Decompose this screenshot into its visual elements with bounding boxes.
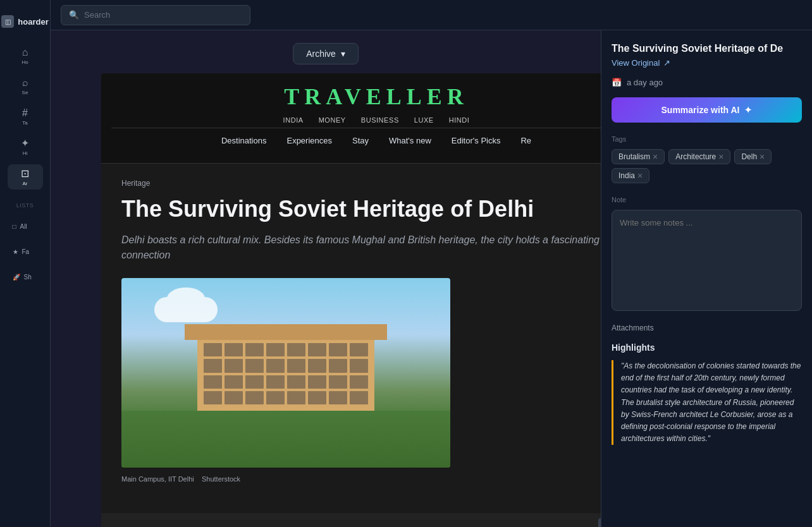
tag-architecture: Architecture ×: [668, 149, 730, 164]
summarize-label: Summarize with AI: [661, 105, 740, 115]
tags-section-label: Tags: [612, 135, 802, 143]
attachments-label: Attachments: [612, 324, 802, 332]
grass-decoration: [121, 411, 450, 468]
right-panel: The Surviving Soviet Heritage of De View…: [601, 30, 812, 527]
sidebar-item-label: Ta: [22, 120, 27, 126]
sidebar-item-favourites[interactable]: ★ Fa: [8, 241, 43, 262]
shared-icon: 🚀: [13, 274, 20, 281]
archive-icon: ⊡: [21, 167, 29, 179]
tags-icon: #: [22, 107, 28, 119]
sidebar-item-highlights[interactable]: ✦ Hi: [8, 134, 43, 159]
magazine-nav-main: Destinations Experiences Stay What's new…: [111, 128, 601, 153]
tag-label: India: [618, 171, 635, 180]
sidebar-item-tags[interactable]: # Ta: [8, 104, 43, 129]
nav-money[interactable]: MONEY: [319, 116, 346, 124]
date-text: a day ago: [627, 78, 663, 87]
shared-label: Sh: [24, 274, 32, 281]
app-logo: ◫ hoarder: [0, 10, 54, 33]
tag-remove-india[interactable]: ×: [637, 171, 643, 180]
topbar: 🔍 Search: [51, 0, 812, 30]
article-title: The Surviving Soviet Heritage of Delhi: [121, 195, 601, 222]
magazine-logo: TRAVELLER: [111, 83, 601, 110]
panel-title: The Surviving Soviet Heritage of De: [612, 43, 802, 54]
favourites-label: Fa: [22, 248, 30, 255]
highlight-quote: "As the decolonisation of colonies start…: [612, 360, 802, 445]
sidebar-item-label: Hi: [23, 150, 28, 156]
search-icon: 🔍: [69, 10, 79, 20]
sidebar-item-label: Se: [22, 90, 28, 95]
tag-label: Delh: [741, 152, 757, 161]
nav-hindi[interactable]: HINDI: [449, 116, 470, 124]
search-icon: ⌕: [22, 77, 28, 88]
app-name: hoarder: [18, 17, 48, 27]
tag-india: India ×: [612, 168, 649, 183]
nav-more[interactable]: Re: [520, 136, 531, 145]
list-all-icon: □: [13, 223, 16, 230]
highlights-icon: ✦: [21, 137, 29, 149]
tag-remove-delhi[interactable]: ×: [760, 152, 765, 161]
sidebar-item-archive[interactable]: ⊡ Ar: [8, 164, 43, 190]
tag-label: Architecture: [675, 152, 716, 161]
ai-sparkle-icon: ✦: [744, 105, 752, 115]
tags-container: Brutalism × Architecture × Delh × India …: [612, 149, 802, 183]
nav-luxe[interactable]: LUXE: [414, 116, 434, 124]
cloud-decoration: [154, 297, 218, 322]
main-area: 🔍 Search Archive ▾ TRAVELLER INDIA: [51, 0, 812, 527]
article-subtitle: Delhi boasts a rich cultural mix. Beside…: [121, 233, 601, 263]
note-textarea[interactable]: [612, 210, 802, 311]
chevron-down-icon: ▾: [341, 49, 345, 59]
nav-whats-new[interactable]: What's new: [389, 136, 431, 145]
panel-date: 📅 a day ago: [612, 78, 802, 87]
sidebar-item-all-lists[interactable]: □ All: [8, 216, 43, 236]
nav-stay[interactable]: Stay: [352, 136, 369, 145]
archive-dropdown-label: Archive: [306, 49, 336, 59]
external-link-icon: ↗: [663, 58, 670, 68]
view-original-label: View Original: [612, 58, 660, 68]
tag-remove-architecture[interactable]: ×: [718, 152, 723, 161]
view-original-link[interactable]: View Original ↗: [612, 58, 802, 68]
caption-source: Shutterstock: [202, 475, 240, 483]
sidebar-item-search[interactable]: ⌕ Se: [8, 73, 43, 99]
tag-delhi: Delh ×: [734, 149, 772, 164]
logo-icon: ◫: [1, 15, 14, 28]
highlights-label: Highlights: [612, 342, 802, 353]
article-image: [121, 278, 450, 468]
note-section-label: Note: [612, 196, 802, 203]
nav-editors-picks[interactable]: Editor's Picks: [452, 136, 501, 145]
magazine-header: TRAVELLER INDIA MONEY BUSINESS LUXE HIND…: [101, 73, 601, 164]
image-caption: Main Campus, IIT Delhi Shutterstock: [121, 475, 601, 483]
list-all-label: All: [20, 223, 27, 230]
nav-experiences[interactable]: Experiences: [286, 136, 332, 145]
tag-label: Brutalism: [618, 152, 650, 161]
close-ad-button[interactable]: Close Ad: [598, 518, 601, 527]
nav-india[interactable]: INDIA: [283, 116, 304, 124]
lists-section-label: Lists: [16, 202, 34, 209]
calendar-icon: 📅: [612, 78, 622, 87]
close-ad-bar: Close Ad: [101, 513, 601, 527]
favourites-icon: ★: [13, 248, 18, 255]
sidebar-item-home[interactable]: ⌂ Ho: [8, 43, 43, 68]
sidebar-item-shared[interactable]: 🚀 Sh: [8, 267, 43, 287]
building-shape: [197, 335, 374, 411]
sidebar-item-label: Ho: [22, 59, 28, 65]
article-image-container: [121, 278, 450, 468]
archive-dropdown-button[interactable]: Archive ▾: [293, 43, 359, 64]
article-frame: TRAVELLER INDIA MONEY BUSINESS LUXE HIND…: [101, 73, 601, 527]
magazine-nav-top: INDIA MONEY BUSINESS LUXE HINDI: [111, 110, 601, 128]
tag-remove-brutalism[interactable]: ×: [653, 152, 658, 161]
article-inner[interactable]: TRAVELLER INDIA MONEY BUSINESS LUXE HIND…: [101, 73, 601, 527]
tag-brutalism: Brutalism ×: [612, 149, 665, 164]
content-wrapper: Archive ▾ TRAVELLER INDIA MONEY BUSINESS…: [51, 30, 812, 527]
sidebar-item-label: Ar: [23, 181, 28, 186]
article-category: Heritage: [121, 179, 601, 188]
building-windows: [204, 343, 368, 404]
nav-destinations[interactable]: Destinations: [221, 136, 267, 145]
summarize-button[interactable]: Summarize with AI ✦: [612, 97, 802, 123]
home-icon: ⌂: [22, 47, 28, 58]
caption-text: Main Campus, IIT Delhi: [121, 475, 194, 483]
nav-business[interactable]: BUSINESS: [361, 116, 399, 124]
search-bar[interactable]: 🔍 Search: [61, 5, 250, 25]
article-content: Heritage The Surviving Soviet Heritage o…: [101, 164, 601, 513]
sidebar: ◫ hoarder ⌂ Ho ⌕ Se # Ta ✦ Hi ⊡ Ar Lists…: [0, 0, 51, 527]
search-placeholder: Search: [84, 10, 110, 20]
